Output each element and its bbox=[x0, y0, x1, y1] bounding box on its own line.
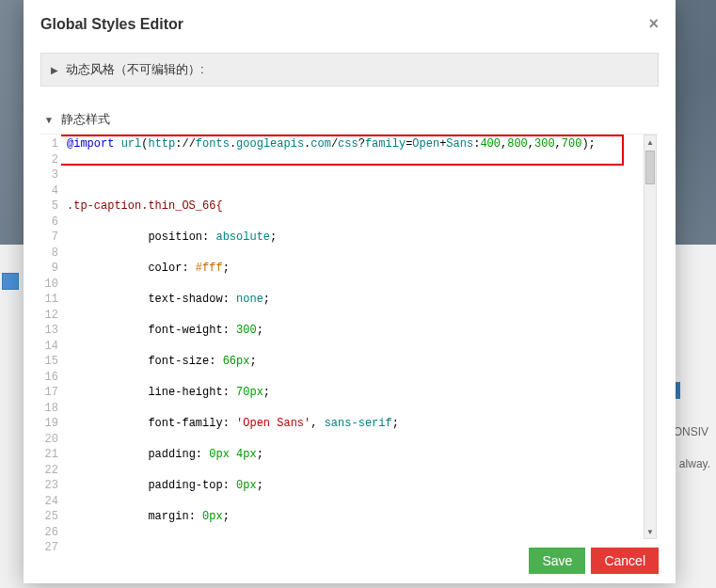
dynamic-section-header[interactable]: ▶ 动态风格（不可编辑的）: bbox=[40, 53, 659, 87]
code-line: position: absolute; bbox=[67, 230, 645, 246]
global-styles-modal: Global Styles Editor × ▶ 动态风格（不可编辑的）: ▼ … bbox=[24, 0, 676, 583]
code-line: line-height: 70px; bbox=[67, 385, 645, 401]
line-num: 27 bbox=[40, 540, 58, 556]
line-num: 12 bbox=[40, 308, 58, 324]
line-num: 6 bbox=[40, 215, 58, 230]
code-line: font-size: 66px; bbox=[67, 354, 645, 370]
dynamic-section-label: 动态风格（不可编辑的）: bbox=[66, 61, 204, 78]
close-icon[interactable]: × bbox=[648, 14, 659, 34]
line-num: 14 bbox=[40, 339, 58, 355]
code-line: color: #fff; bbox=[67, 261, 645, 277]
line-num: 20 bbox=[40, 432, 58, 448]
modal-header: Global Styles Editor × bbox=[24, 0, 676, 43]
line-num: 24 bbox=[40, 494, 58, 510]
line-num: 7 bbox=[40, 230, 58, 246]
line-num: 2 bbox=[40, 152, 58, 168]
scroll-down-icon[interactable]: ▼ bbox=[644, 525, 656, 538]
line-num: 21 bbox=[40, 447, 58, 463]
scrollbar-thumb[interactable] bbox=[645, 151, 655, 184]
code-line: padding: 0px 4px; bbox=[67, 447, 645, 463]
code-line: @import url(http://fonts.googleapis.com/… bbox=[67, 136, 645, 152]
code-line: font-weight: 300; bbox=[67, 323, 645, 339]
scroll-up-icon[interactable]: ▲ bbox=[644, 135, 656, 149]
line-num: 25 bbox=[40, 509, 58, 525]
modal-title: Global Styles Editor bbox=[40, 16, 183, 33]
line-num: 11 bbox=[40, 292, 58, 308]
cancel-button[interactable]: Cancel bbox=[591, 548, 659, 574]
code-line: text-shadow: none; bbox=[67, 292, 645, 308]
save-button[interactable]: Save bbox=[529, 548, 585, 574]
modal-footer: Save Cancel bbox=[529, 548, 659, 574]
line-num: 15 bbox=[40, 354, 58, 370]
line-num: 22 bbox=[40, 463, 58, 479]
code-area[interactable]: @import url(http://fonts.googleapis.com/… bbox=[61, 135, 659, 539]
bg-text: ONSIV bbox=[674, 425, 708, 438]
code-line: .tp-caption.thin_OS_66{ bbox=[67, 199, 645, 215]
code-line bbox=[67, 167, 645, 183]
line-num: 3 bbox=[40, 167, 58, 183]
line-num: 17 bbox=[40, 385, 58, 401]
line-num: 26 bbox=[40, 525, 58, 541]
code-line: padding-top: 0px; bbox=[67, 478, 645, 494]
code-line: margin: 0px; bbox=[67, 509, 645, 525]
line-num: 4 bbox=[40, 183, 58, 199]
scrollbar[interactable]: ▲ ▼ bbox=[644, 135, 657, 539]
modal-body: ▶ 动态风格（不可编辑的）: ▼ 静态样式 1 2 3 4 5 6 7 8 9 … bbox=[24, 43, 676, 539]
chevron-down-icon: ▼ bbox=[44, 115, 54, 125]
line-num: 5 bbox=[40, 199, 58, 215]
static-section-header[interactable]: ▼ 静态样式 bbox=[40, 109, 659, 134]
bg-text: I alway. bbox=[673, 457, 710, 470]
static-section-label: 静态样式 bbox=[61, 111, 110, 128]
chevron-right-icon: ▶ bbox=[51, 65, 58, 75]
line-num: 10 bbox=[40, 277, 58, 293]
line-num: 18 bbox=[40, 401, 58, 417]
line-gutter: 1 2 3 4 5 6 7 8 9 10 11 12 13 14 15 16 1… bbox=[40, 135, 61, 556]
line-num: 1 bbox=[40, 136, 58, 152]
line-num: 19 bbox=[40, 416, 58, 432]
line-num: 23 bbox=[40, 478, 58, 494]
code-editor[interactable]: 1 2 3 4 5 6 7 8 9 10 11 12 13 14 15 16 1… bbox=[40, 134, 659, 539]
line-num: 16 bbox=[40, 370, 58, 386]
line-num: 9 bbox=[40, 261, 58, 277]
line-num: 13 bbox=[40, 323, 58, 339]
bg-image-icon bbox=[2, 273, 19, 290]
code-line: font-family: 'Open Sans', sans-serif; bbox=[67, 416, 645, 432]
line-num: 8 bbox=[40, 246, 58, 262]
